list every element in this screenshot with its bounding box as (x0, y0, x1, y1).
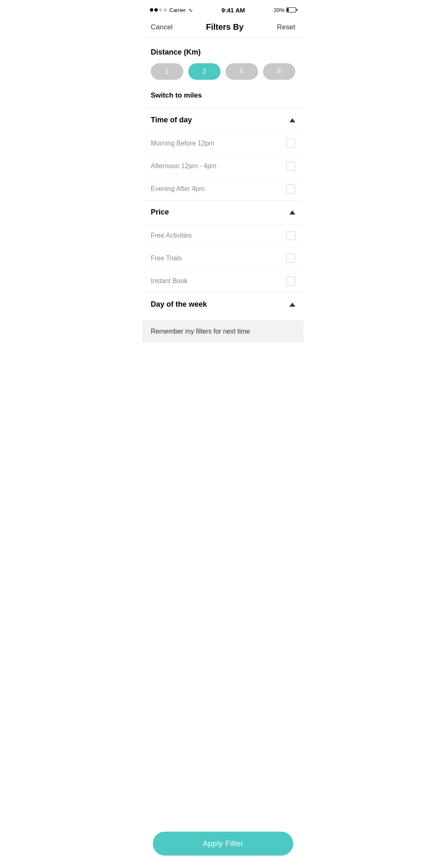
time-of-day-title: Time of day (151, 116, 192, 124)
page-title: Filters By (206, 22, 244, 32)
price-free-activities-checkbox[interactable] (286, 231, 295, 240)
distance-pill-8[interactable]: 8 (263, 63, 296, 80)
status-right: 20% (274, 7, 296, 13)
status-time: 9:41 AM (221, 7, 245, 14)
switch-miles-label: Switch to miles (151, 91, 202, 99)
time-morning-item: Morning Before 12pm (142, 132, 304, 155)
cancel-button[interactable]: Cancel (151, 23, 173, 31)
signal-dot-2 (154, 8, 158, 12)
bottom-spacer (142, 343, 304, 376)
price-free-activities-label: Free Activities (151, 232, 192, 239)
price-header[interactable]: Price (142, 200, 304, 224)
time-morning-label: Morning Before 12pm (151, 140, 214, 147)
price-free-trials-label: Free Trials (151, 255, 182, 262)
reset-button[interactable]: Reset (277, 23, 295, 31)
distance-pill-1[interactable]: 1 (151, 63, 183, 80)
price-free-trials-item: Free Trials (142, 247, 304, 269)
day-of-week-header[interactable]: Day of the week (142, 293, 304, 316)
signal-dot-3 (159, 8, 162, 12)
signal-dot-4 (164, 8, 167, 12)
distance-pills: 1 2 5 8 (151, 63, 295, 80)
price-free-trials-checkbox[interactable] (286, 254, 295, 263)
price-chevron-up-icon (289, 210, 295, 215)
distance-title: Distance (Km) (151, 48, 295, 57)
switch-to-miles[interactable]: Switch to miles (142, 83, 304, 108)
time-evening-item: Evening After 4pm (142, 177, 304, 200)
battery-percentage: 20% (274, 7, 285, 13)
time-of-day-chevron-up-icon (289, 118, 295, 122)
price-instant-book-item: Instant Book (142, 269, 304, 292)
time-of-day-header[interactable]: Time of day (142, 108, 304, 132)
wifi-icon: ∿ (188, 7, 193, 13)
price-instant-book-checkbox[interactable] (286, 277, 295, 286)
time-evening-label: Evening After 4pm (151, 185, 205, 193)
header: Cancel Filters By Reset (142, 18, 304, 38)
status-bar: Carrier ∿ 9:41 AM 20% (142, 0, 304, 18)
price-title: Price (151, 208, 169, 217)
content: Distance (Km) 1 2 5 8 Switch to miles Ti… (142, 38, 304, 376)
carrier-label: Carrier (169, 7, 186, 13)
battery-body (286, 7, 296, 12)
signal-dots (150, 8, 167, 12)
time-afternoon-label: Afternoon 12pm - 4pm (151, 162, 216, 170)
time-of-day-section: Time of day Morning Before 12pm Afternoo… (142, 108, 304, 200)
day-of-week-chevron-up-icon (289, 303, 295, 307)
time-afternoon-checkbox[interactable] (286, 162, 295, 171)
distance-pill-5[interactable]: 5 (225, 63, 258, 80)
remember-filters-text: Remember my filters for next time (151, 328, 250, 335)
day-of-week-section: Day of the week (142, 292, 304, 316)
price-section: Price Free Activities Free Trials Instan… (142, 200, 304, 292)
price-instant-book-label: Instant Book (151, 277, 187, 285)
status-left: Carrier ∿ (150, 7, 193, 13)
distance-section: Distance (Km) 1 2 5 8 (142, 38, 304, 80)
time-morning-checkbox[interactable] (286, 139, 295, 148)
time-evening-checkbox[interactable] (286, 184, 295, 193)
remember-filters-bar[interactable]: Remember my filters for next time (142, 320, 304, 343)
price-free-activities-item: Free Activities (142, 224, 304, 247)
day-of-week-title: Day of the week (151, 300, 207, 309)
time-afternoon-item: Afternoon 12pm - 4pm (142, 155, 304, 177)
battery-fill (287, 8, 289, 12)
distance-pill-2[interactable]: 2 (188, 63, 221, 80)
signal-dot-1 (150, 8, 153, 12)
battery-icon (286, 7, 296, 12)
